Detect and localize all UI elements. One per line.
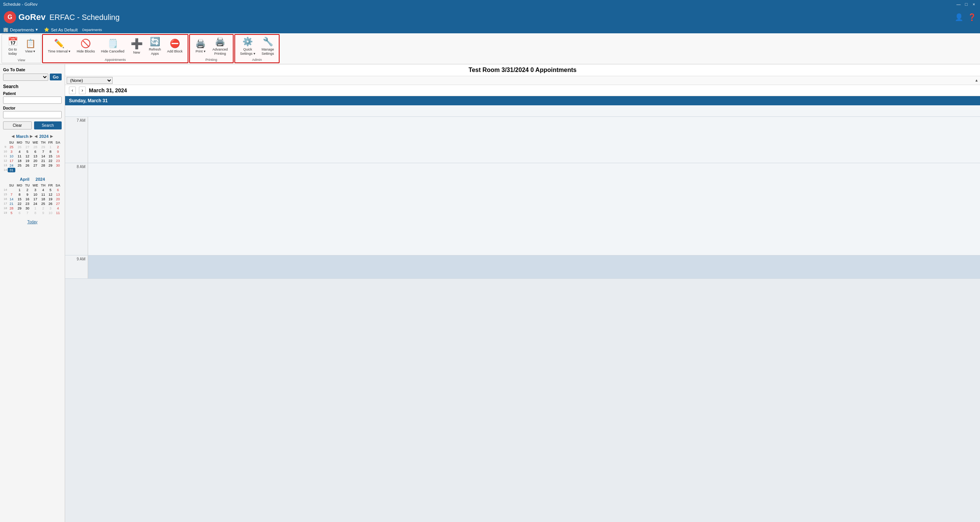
- go-to-date-select[interactable]: [3, 74, 48, 81]
- march-day-29[interactable]: 29: [47, 163, 54, 168]
- march-day-6[interactable]: 6: [31, 149, 39, 154]
- april-day-9[interactable]: 9: [24, 192, 31, 197]
- march-next-btn[interactable]: ▶: [30, 134, 33, 138]
- march-day-16[interactable]: 16: [54, 154, 62, 159]
- room-expand-icon[interactable]: ▲: [975, 78, 978, 82]
- april-day-13[interactable]: 13: [54, 192, 62, 197]
- march-day-7[interactable]: 7: [39, 149, 47, 154]
- april-day-5[interactable]: 5: [47, 188, 54, 192]
- march-day-26[interactable]: 26: [24, 163, 31, 168]
- april-day-1[interactable]: 1: [15, 188, 24, 192]
- april-day-2[interactable]: 2: [24, 188, 31, 192]
- person-icon[interactable]: 👤: [955, 13, 963, 21]
- march-day-22[interactable]: 22: [47, 159, 54, 163]
- april-day-8may[interactable]: 8: [31, 211, 39, 215]
- march-day-2[interactable]: 2: [54, 145, 62, 149]
- march-day-19[interactable]: 19: [24, 159, 31, 163]
- hide-blocks-btn[interactable]: 🚫 Hide Blocks: [74, 38, 98, 59]
- close-btn[interactable]: ×: [971, 2, 977, 7]
- april-day-6may[interactable]: 6: [15, 211, 24, 215]
- view-btn[interactable]: 📋 View ▾: [22, 38, 39, 59]
- help-icon[interactable]: ❓: [968, 13, 976, 21]
- time-interval-btn[interactable]: ✏️ Time Interval ▾: [45, 38, 73, 59]
- march-day-1fri[interactable]: 1: [47, 145, 54, 149]
- april-day-14[interactable]: 14: [8, 197, 15, 201]
- room-select[interactable]: (None): [67, 77, 113, 84]
- march-day-8[interactable]: 8: [47, 149, 54, 154]
- march-day-30[interactable]: 30: [54, 163, 62, 168]
- april-month-name[interactable]: April: [20, 177, 29, 182]
- april-day-23[interactable]: 23: [24, 201, 31, 206]
- april-day-10[interactable]: 10: [31, 192, 39, 197]
- march-year-name[interactable]: 2024: [39, 134, 48, 139]
- minimize-btn[interactable]: —: [955, 2, 962, 7]
- march-day-25[interactable]: 25: [15, 163, 24, 168]
- march-day-31[interactable]: 31: [8, 168, 15, 172]
- april-day-22[interactable]: 22: [15, 201, 24, 206]
- march-prev-btn[interactable]: ◀: [11, 134, 15, 138]
- add-block-btn[interactable]: ⛔ Add Block: [164, 38, 185, 59]
- march-day-20[interactable]: 20: [31, 159, 39, 163]
- march-day-9[interactable]: 9: [54, 149, 62, 154]
- april-day-28[interactable]: 28: [8, 206, 15, 211]
- clear-btn[interactable]: Clear: [3, 121, 32, 129]
- march-day-3[interactable]: 3: [8, 149, 15, 154]
- march-day-12[interactable]: 12: [24, 154, 31, 159]
- prev-date-btn[interactable]: ‹: [69, 87, 76, 94]
- go-to-today-btn[interactable]: 📅 Go totoday: [4, 36, 21, 62]
- print-btn[interactable]: 🖨️ Print ▾: [192, 38, 209, 59]
- april-day-7[interactable]: 7: [8, 192, 15, 197]
- april-day-24[interactable]: 24: [31, 201, 39, 206]
- april-day-1may[interactable]: 1: [31, 206, 39, 211]
- april-day-8[interactable]: 8: [15, 192, 24, 197]
- march-day-5[interactable]: 5: [24, 149, 31, 154]
- april-day-16[interactable]: 16: [24, 197, 31, 201]
- march-day-13[interactable]: 13: [31, 154, 39, 159]
- april-day-19[interactable]: 19: [47, 197, 54, 201]
- next-date-btn[interactable]: ›: [79, 87, 86, 94]
- doctor-input[interactable]: [3, 111, 62, 118]
- april-day-6[interactable]: 6: [54, 188, 62, 192]
- march-day-26feb[interactable]: 26: [15, 145, 24, 149]
- march-day-29feb[interactable]: 29: [39, 145, 47, 149]
- dept-dropdown-arrow[interactable]: ▾: [36, 27, 38, 32]
- march-day-14[interactable]: 14: [39, 154, 47, 159]
- april-day-10may[interactable]: 10: [47, 211, 54, 215]
- march-day-4[interactable]: 4: [15, 149, 24, 154]
- april-day-3[interactable]: 3: [31, 188, 39, 192]
- time-slot-9am[interactable]: [88, 255, 980, 278]
- march-day-21[interactable]: 21: [39, 159, 47, 163]
- april-day-30[interactable]: 30: [24, 206, 31, 211]
- march-day-25feb[interactable]: 25: [8, 145, 15, 149]
- april-day-18[interactable]: 18: [39, 197, 47, 201]
- march-day-17[interactable]: 17: [8, 159, 15, 163]
- april-day-29[interactable]: 29: [15, 206, 24, 211]
- time-slot-7am[interactable]: [88, 117, 980, 163]
- april-day-5may[interactable]: 5: [8, 211, 15, 215]
- patient-input[interactable]: [3, 97, 62, 104]
- april-day-26[interactable]: 26: [47, 201, 54, 206]
- march-day-10[interactable]: 10: [8, 154, 15, 159]
- march-day-28feb[interactable]: 28: [31, 145, 39, 149]
- today-btn[interactable]: Today: [3, 220, 62, 224]
- april-day-9may[interactable]: 9: [39, 211, 47, 215]
- hide-cancelled-btn[interactable]: 🗒️ Hide Cancelled: [98, 38, 127, 59]
- march-day-18[interactable]: 18: [15, 159, 24, 163]
- march-day-24[interactable]: 24: [8, 163, 15, 168]
- march-day-27[interactable]: 27: [31, 163, 39, 168]
- march-day-11[interactable]: 11: [15, 154, 24, 159]
- april-day-4may[interactable]: 4: [54, 206, 62, 211]
- april-day-11[interactable]: 11: [39, 192, 47, 197]
- march-day-15[interactable]: 15: [47, 154, 54, 159]
- march-day-28[interactable]: 28: [39, 163, 47, 168]
- march-day-23[interactable]: 23: [54, 159, 62, 163]
- april-day-11may[interactable]: 11: [54, 211, 62, 215]
- go-btn[interactable]: Go: [50, 74, 62, 80]
- april-day-25[interactable]: 25: [39, 201, 47, 206]
- time-slot-8am[interactable]: [88, 163, 980, 255]
- new-btn[interactable]: ➕ New: [128, 37, 146, 61]
- march-year-next-btn[interactable]: ▶: [50, 134, 53, 138]
- april-day-12[interactable]: 12: [47, 192, 54, 197]
- april-day-4[interactable]: 4: [39, 188, 47, 192]
- march-month-name[interactable]: March: [16, 134, 28, 139]
